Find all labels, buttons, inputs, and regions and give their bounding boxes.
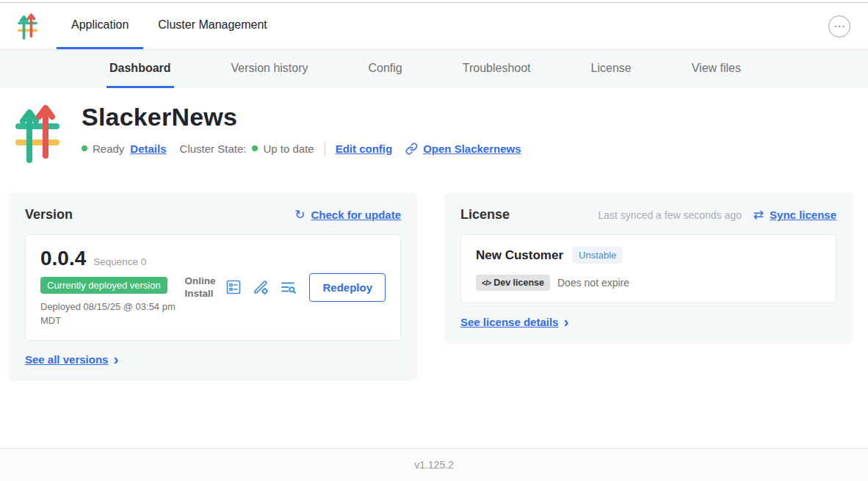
top-nav-tabs: Application Cluster Management [57, 3, 282, 49]
see-license-details-label[interactable]: See license details [460, 316, 558, 328]
link-icon [405, 142, 418, 155]
install-type-line2: Install [184, 287, 215, 300]
cluster-state-label: Cluster State: [180, 142, 247, 155]
divider [325, 142, 325, 155]
cluster-state-dot [252, 145, 258, 151]
sync-license-link[interactable]: Sync license [770, 209, 836, 221]
tab-application[interactable]: Application [57, 3, 143, 49]
subnav-troubleshoot-label: Troubleshoot [463, 62, 531, 75]
license-expiration-text: Does not expire [557, 277, 629, 289]
subnav-item-troubleshoot[interactable]: Troubleshoot [460, 50, 534, 88]
slackernews-logo-icon [18, 13, 37, 40]
chevron-right-icon: › [113, 352, 118, 366]
navbar-right: ⋯ [828, 3, 850, 49]
see-all-versions-link[interactable]: See all versions › [25, 352, 401, 366]
chevron-right-icon: › [563, 315, 568, 329]
dashboard-cards: Version ↻ Check for update 0.0.4 Sequenc… [9, 192, 853, 381]
subnav-item-dashboard[interactable]: Dashboard [106, 50, 174, 88]
app-header: SlackerNews Ready Details Cluster State:… [0, 88, 868, 163]
tab-cluster-management-label: Cluster Management [158, 18, 267, 32]
install-type-label: Online Install [184, 275, 215, 300]
subnav-item-config[interactable]: Config [366, 50, 405, 88]
subnav-view-files-label: View files [692, 62, 741, 75]
details-link[interactable]: Details [130, 142, 166, 155]
console-version: v1.125.2 [414, 459, 454, 471]
cluster-state-value: Up to date [263, 142, 314, 155]
configure-icon[interactable] [252, 278, 270, 296]
app-status-text: Ready [93, 142, 124, 155]
version-card-title: Version [25, 207, 73, 223]
app-footer: v1.125.2 [0, 448, 868, 481]
version-card: Version ↻ Check for update 0.0.4 Sequenc… [9, 192, 417, 381]
subnav-license-label: License [591, 62, 632, 75]
subnav-version-history-label: Version history [231, 62, 308, 75]
redeploy-button[interactable]: Redeploy [309, 273, 386, 302]
view-logs-icon[interactable] [279, 278, 297, 296]
license-panel: New Customer Unstable </> Dev license Do… [460, 234, 836, 303]
sequence-label: Sequence 0 [93, 256, 146, 267]
tab-application-label: Application [71, 18, 129, 32]
top-navbar: Application Cluster Management ⋯ [0, 3, 868, 50]
license-type-label: Dev license [493, 278, 544, 288]
deployed-status-badge: Currently deployed version [40, 277, 167, 294]
see-license-details-link[interactable]: See license details › [460, 315, 836, 329]
license-card: License Last synced a few seconds ago ⇄ … [444, 192, 853, 344]
app-logo [18, 3, 37, 49]
code-icon: </> [482, 278, 491, 287]
page-title: SlackerNews [82, 103, 521, 131]
app-status-row: Ready Details Cluster State: Up to date … [82, 142, 521, 155]
edit-config-link[interactable]: Edit config [336, 142, 393, 155]
app-status-dot [82, 145, 87, 151]
subnav-item-version-history[interactable]: Version history [228, 50, 311, 88]
license-type-badge: </> Dev license [476, 275, 550, 291]
see-all-versions-label[interactable]: See all versions [25, 353, 108, 366]
subnav-item-view-files[interactable]: View files [689, 50, 744, 88]
channel-badge: Unstable [572, 247, 623, 264]
check-for-update-link[interactable]: Check for update [311, 209, 401, 221]
customer-name: New Customer [476, 248, 563, 263]
deployed-timestamp: Deployed 08/15/25 @ 03:54 pm MDT [40, 300, 184, 328]
last-synced-text: Last synced a few seconds ago [598, 209, 742, 221]
ellipsis-icon: ⋯ [833, 21, 845, 32]
subnav-item-license[interactable]: License [588, 50, 634, 88]
app-subnav: Dashboard Version history Config Trouble… [0, 50, 868, 88]
tab-cluster-management[interactable]: Cluster Management [143, 3, 282, 49]
version-number: 0.0.4 [40, 247, 86, 270]
app-hero-icon [15, 104, 59, 163]
license-card-title: License [460, 207, 510, 223]
install-type-line1: Online [184, 275, 215, 288]
subnav-config-label: Config [369, 62, 402, 75]
open-app-link[interactable]: Open Slackernews [423, 142, 521, 155]
more-options-button[interactable]: ⋯ [828, 15, 850, 37]
sync-icon: ⇄ [753, 209, 764, 221]
refresh-icon: ↻ [294, 209, 305, 221]
preflight-checks-icon[interactable] [225, 278, 242, 296]
main-content: SlackerNews Ready Details Cluster State:… [0, 88, 868, 448]
current-version-panel: 0.0.4 Sequence 0 Currently deployed vers… [25, 234, 401, 341]
subnav-dashboard-label: Dashboard [109, 62, 171, 75]
